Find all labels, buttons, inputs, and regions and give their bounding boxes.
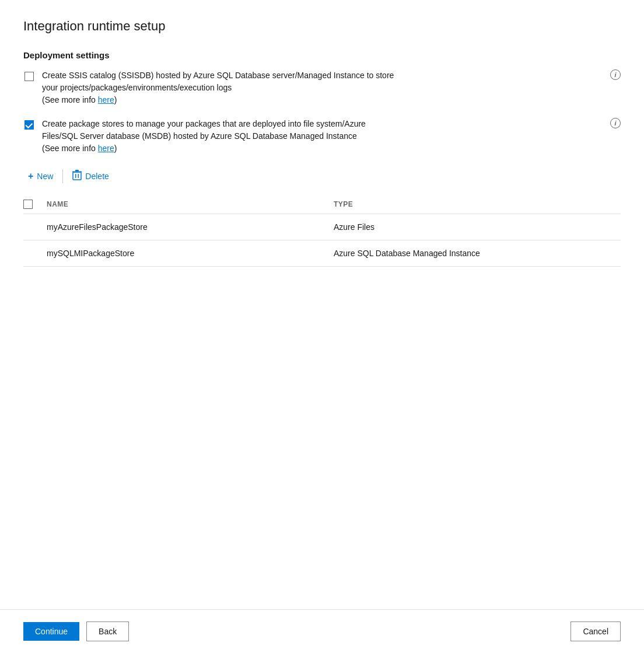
row-2-name: mySQLMIPackageStore — [47, 249, 334, 258]
deployment-settings-label: Deployment settings — [23, 50, 621, 60]
checkbox-1-line2: your projects/packages/environments/exec… — [42, 83, 232, 92]
continue-button[interactable]: Continue — [23, 622, 79, 641]
svg-rect-0 — [73, 172, 81, 180]
row-2-type: Azure SQL Database Managed Instance — [334, 249, 621, 258]
checkbox-2-line2: Files/SQL Server database (MSDB) hosted … — [42, 131, 357, 141]
new-button-label: New — [37, 172, 53, 181]
checkbox-2-close: ) — [114, 144, 117, 153]
toolbar-separator — [62, 169, 63, 183]
header-check-col — [23, 200, 47, 209]
row-1-type: Azure Files — [334, 222, 621, 232]
dialog-footer: Continue Back Cancel — [0, 609, 644, 653]
checkbox-1-text: Create SSIS catalog (SSISDB) hosted by A… — [42, 69, 610, 106]
checkbox-2[interactable] — [24, 120, 34, 130]
table-row[interactable]: mySQLMIPackageStore Azure SQL Database M… — [23, 240, 621, 267]
checkbox-1-info-icon[interactable]: i — [610, 69, 621, 80]
svg-rect-2 — [78, 174, 79, 178]
col-type-header: TYPE — [334, 200, 621, 208]
checkbox-2-here-link[interactable]: here — [98, 144, 114, 153]
checkbox-1-see-more: (See more info — [42, 95, 98, 104]
integration-runtime-dialog: Integration runtime setup Deployment set… — [0, 0, 644, 653]
plus-icon: + — [28, 171, 33, 181]
table-header: NAME TYPE — [23, 195, 621, 214]
row-1-name: myAzureFilesPackageStore — [47, 222, 334, 232]
checkbox-2-line1: Create package stores to manage your pac… — [42, 119, 366, 128]
svg-rect-4 — [75, 170, 79, 172]
table-row[interactable]: myAzureFilesPackageStore Azure Files — [23, 214, 621, 240]
svg-rect-3 — [72, 172, 82, 173]
delete-icon — [72, 170, 82, 182]
checkbox-2-wrapper[interactable] — [23, 119, 35, 131]
back-button[interactable]: Back — [86, 621, 129, 641]
checkbox-1[interactable] — [24, 72, 34, 81]
col-name-header: NAME — [47, 200, 334, 208]
checkbox-1-close: ) — [114, 95, 117, 104]
package-stores-table: NAME TYPE myAzureFilesPackageStore Azure… — [23, 195, 621, 267]
checkbox-1-here-link[interactable]: here — [98, 95, 114, 104]
checkbox-row-2: Create package stores to manage your pac… — [23, 118, 621, 155]
new-button[interactable]: + New — [23, 167, 58, 185]
svg-rect-1 — [75, 174, 76, 178]
checkbox-1-wrapper[interactable] — [23, 71, 35, 82]
package-store-toolbar: + New Delete — [23, 166, 621, 186]
header-checkbox[interactable] — [23, 200, 33, 209]
cancel-button[interactable]: Cancel — [570, 621, 621, 641]
checkbox-2-see-more: (See more info — [42, 144, 98, 153]
dialog-content: Integration runtime setup Deployment set… — [0, 0, 644, 609]
checkbox-2-text: Create package stores to manage your pac… — [42, 118, 610, 155]
delete-button-label: Delete — [85, 172, 108, 181]
page-title: Integration runtime setup — [23, 19, 621, 34]
checkbox-2-info-icon[interactable]: i — [610, 118, 621, 128]
checkbox-1-line1: Create SSIS catalog (SSISDB) hosted by A… — [42, 71, 394, 80]
checkbox-row-1: Create SSIS catalog (SSISDB) hosted by A… — [23, 69, 621, 106]
delete-button[interactable]: Delete — [68, 166, 113, 186]
